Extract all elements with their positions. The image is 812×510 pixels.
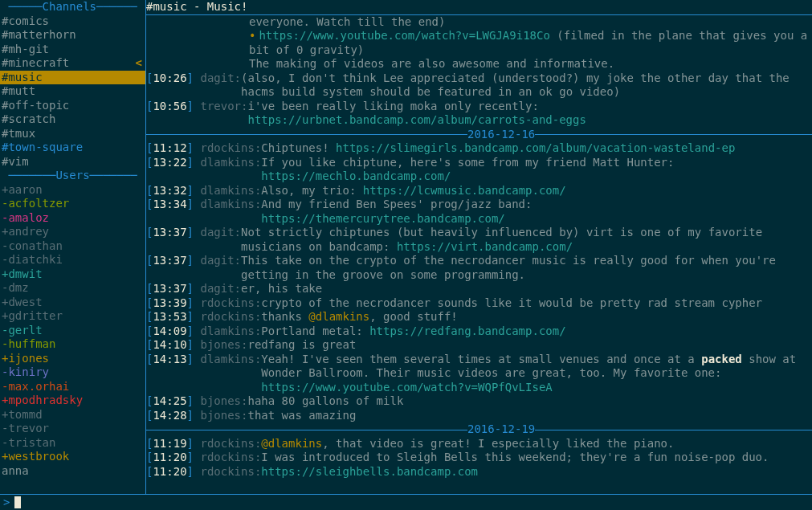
message: [10:26] dagit: (also, I don't think Lee … xyxy=(146,71,812,100)
message: [11:12] rdockins: Chiptunes! https://sli… xyxy=(146,141,812,156)
user-item[interactable]: -conathan xyxy=(0,239,145,254)
channel-item[interactable]: #mh-git xyxy=(0,43,145,57)
user-item[interactable]: -trevor xyxy=(0,422,145,436)
channel-item[interactable]: #vim xyxy=(0,155,145,169)
user-item[interactable]: -kiniry xyxy=(0,365,145,380)
link[interactable]: https://virt.bandcamp.com/ xyxy=(397,240,573,253)
section-header-users: ───────Users─────── xyxy=(0,169,145,183)
message: [14:10] bjones: redfang is great xyxy=(146,338,812,353)
user-item[interactable]: -amaloz xyxy=(0,211,145,226)
user-item[interactable]: +ijones xyxy=(0,352,145,366)
mention[interactable]: @dlamkins xyxy=(261,437,322,450)
bullet-icon: • xyxy=(249,29,255,42)
message: [14:25] bjones: haha 80 gallons of milk xyxy=(146,394,812,409)
user-item[interactable]: anna xyxy=(0,464,145,479)
channel-item[interactable]: #minecraft< xyxy=(0,56,145,71)
link[interactable]: https://www.youtube.com/watch?v=LWGJA9i1… xyxy=(259,29,549,42)
date-separator: 2016-12-16 xyxy=(146,128,812,142)
message: [14:13] dlamkins: Yeah! I've seen them s… xyxy=(146,353,812,395)
message: [11:20] rdockins: https://sleighbells.ba… xyxy=(146,465,812,479)
message: [11:19] rdockins: @dlamkins, that video … xyxy=(146,437,812,451)
user-item[interactable]: +westbrook xyxy=(0,450,145,464)
channel-title: #music - Music! xyxy=(146,0,812,15)
user-item[interactable]: -diatchki xyxy=(0,253,145,267)
message: [11:20] rdockins: I was introduced to Sl… xyxy=(146,451,812,465)
user-item[interactable]: +dmwit xyxy=(0,267,145,282)
channel-item[interactable]: #mutt xyxy=(0,84,145,99)
user-item[interactable]: -acfoltzer xyxy=(0,197,145,211)
channel-item[interactable]: #town-square xyxy=(0,141,145,155)
message: [13:53] rdockins: thanks @dlamkins, good… xyxy=(146,310,812,324)
message: [14:28] bjones: that was amazing xyxy=(146,409,812,423)
message-continuation: The making of videos are also awesome an… xyxy=(146,57,812,71)
user-item[interactable]: -max.orhai xyxy=(0,380,145,394)
message: [13:37] dagit: This take on the crypto o… xyxy=(146,254,812,282)
message: [14:09] dlamkins: Portland metal: https:… xyxy=(146,324,812,339)
channel-item[interactable]: #music xyxy=(0,71,145,85)
link[interactable]: https://urbnet.bandcamp.com/album/carrot… xyxy=(247,113,586,126)
user-item[interactable]: -huffman xyxy=(0,337,145,352)
user-item[interactable]: +andrey xyxy=(0,225,145,239)
prompt-icon: > xyxy=(3,496,10,510)
user-item[interactable]: +tommd xyxy=(0,408,145,422)
cursor-icon xyxy=(14,496,21,508)
message-continuation: •https://www.youtube.com/watch?v=LWGJA9i… xyxy=(146,29,812,57)
message: [13:32] dlamkins: Also, my trio: https:/… xyxy=(146,184,812,198)
input-bar[interactable]: > xyxy=(0,494,812,510)
link[interactable]: https://themercurytree.bandcamp.com/ xyxy=(261,212,504,225)
mention[interactable]: @dlamkins xyxy=(308,310,369,323)
link[interactable]: https://slimegirls.bandcamp.com/album/va… xyxy=(336,141,735,154)
user-item[interactable]: +gdritter xyxy=(0,309,145,324)
user-item[interactable]: +mpodhradsky xyxy=(0,394,145,408)
message: [13:37] dagit: er, his take xyxy=(146,282,812,296)
message: [13:37] dagit: Not strictly chiptunes (b… xyxy=(146,226,812,254)
channel-item[interactable]: #scratch xyxy=(0,112,145,127)
section-header-channels: ─────Channels────── xyxy=(0,0,145,14)
unread-marker-icon: < xyxy=(136,56,142,71)
link[interactable]: https://sleighbells.bandcamp.com xyxy=(261,465,478,478)
date-separator: 2016-12-19 xyxy=(146,422,812,437)
user-item[interactable]: -gerlt xyxy=(0,324,145,338)
link[interactable]: https://redfang.bandcamp.com/ xyxy=(369,324,565,337)
message-log[interactable]: everyone. Watch till the end) •https://w… xyxy=(146,15,812,495)
message: [10:56] trevor: i've been really liking … xyxy=(146,100,812,128)
message: [13:39] rdockins: crypto of the necrodan… xyxy=(146,296,812,311)
message: [13:34] dlamkins: And my friend Ben Spee… xyxy=(146,198,812,226)
user-item[interactable]: +dwest xyxy=(0,296,145,310)
user-item[interactable]: +aaron xyxy=(0,183,145,198)
message: [13:22] dlamkins: If you like chiptune, … xyxy=(146,156,812,184)
channel-item[interactable]: #matterhorn xyxy=(0,28,145,43)
channel-item[interactable]: #tmux xyxy=(0,127,145,141)
link[interactable]: https://lcwmusic.bandcamp.com/ xyxy=(363,184,566,197)
link[interactable]: https://mechlo.bandcamp.com/ xyxy=(261,169,451,182)
sidebar: ─────Channels────── #comics#matterhorn#m… xyxy=(0,0,146,494)
message-continuation: everyone. Watch till the end) xyxy=(146,15,812,30)
link[interactable]: https://www.youtube.com/watch?v=WQPfQvLI… xyxy=(261,381,552,394)
user-item[interactable]: -tristan xyxy=(0,436,145,451)
user-item[interactable]: -dmz xyxy=(0,281,145,296)
channel-item[interactable]: #off-topic xyxy=(0,99,145,113)
channel-item[interactable]: #comics xyxy=(0,14,145,29)
